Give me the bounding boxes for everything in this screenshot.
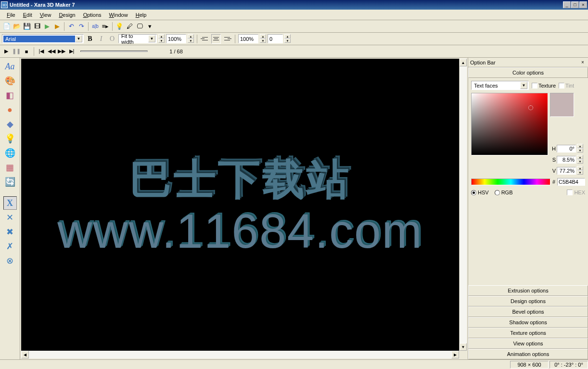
last-frame-button[interactable]: ▶| [67, 47, 76, 56]
section-color-options[interactable]: Color options [468, 67, 588, 78]
tint-checkbox[interactable]: Tint [559, 83, 574, 89]
hue-slider[interactable] [471, 178, 550, 185]
menu-view[interactable]: View [36, 11, 55, 19]
menu-file[interactable]: File [3, 11, 19, 19]
texture-checkbox[interactable]: Texture [532, 83, 556, 89]
section-view-options[interactable]: View options [468, 338, 588, 349]
section-extrusion-options[interactable]: Extrusion options [468, 285, 588, 296]
align-center-button[interactable] [211, 34, 221, 44]
zoom1-input[interactable]: 100% [166, 34, 186, 43]
menu-design[interactable]: Design [55, 11, 79, 19]
section-texture-options[interactable]: Texture options [468, 328, 588, 338]
prev-frame-button[interactable]: ◀◀ [47, 47, 56, 56]
wand-button[interactable]: 🖊 [125, 22, 134, 31]
color-gradient-picker[interactable] [471, 93, 548, 155]
num1-input[interactable]: 0 [268, 34, 283, 43]
horizontal-scrollbar[interactable]: ◀ ▶ [21, 351, 467, 358]
menu-options[interactable]: Options [79, 11, 105, 19]
tool-x-axis[interactable]: X [3, 196, 17, 210]
bold-button[interactable]: B [85, 34, 95, 44]
tool-x4[interactable]: ✗ [3, 240, 17, 253]
h-input[interactable]: 0° [557, 145, 576, 153]
align-right-button[interactable] [222, 34, 232, 44]
tool-x3[interactable]: ✖ [3, 225, 17, 239]
s-input[interactable]: 8.5% [557, 156, 576, 164]
chevron-down-icon[interactable]: ▼ [148, 35, 155, 42]
tool-x5[interactable]: ⊗ [3, 254, 17, 267]
tool-globe[interactable]: 🌐 [3, 146, 17, 160]
scroll-up-button[interactable]: ▲ [460, 59, 467, 66]
maximize-button[interactable]: □ [571, 1, 579, 8]
section-design-options[interactable]: Design options [468, 296, 588, 306]
tool-layers[interactable]: ▦ [3, 161, 17, 174]
dropdown-button[interactable]: ▾ [145, 22, 154, 31]
outline-button[interactable]: O [107, 34, 117, 44]
h-spinner[interactable]: ▲▼ [577, 144, 583, 153]
menu-edit[interactable]: Edit [19, 11, 36, 19]
redo-button[interactable]: ↷ [77, 22, 86, 31]
scroll-track[interactable] [460, 66, 467, 343]
close-button[interactable]: × [579, 1, 587, 8]
scroll-track[interactable] [29, 351, 451, 358]
mode-hsv-radio[interactable]: HSV [471, 190, 489, 195]
italic-button[interactable]: I [96, 34, 106, 44]
canvas[interactable]: 巴士下载站 www.11684.com [21, 59, 459, 351]
mode-hex-checkbox[interactable]: HEX [567, 190, 585, 195]
tool-palette[interactable]: 🎨 [3, 74, 17, 88]
v-input[interactable]: 77.2% [557, 167, 576, 175]
section-shadow-options[interactable]: Shadow options [468, 317, 588, 328]
tool-sphere[interactable]: ● [3, 103, 17, 116]
panel-close-button[interactable]: × [579, 59, 586, 66]
tool-diamond[interactable]: ◆ [3, 117, 17, 131]
new-button[interactable]: 📄 [2, 22, 12, 31]
section-bevel-options[interactable]: Bevel options [468, 306, 588, 317]
num1-spinner[interactable]: ▲▼ [284, 34, 291, 43]
vertical-scrollbar[interactable]: ▲ ▼ [459, 59, 467, 351]
zoom2-spinner[interactable]: ▲▼ [260, 34, 266, 43]
separator [235, 35, 235, 43]
save-button[interactable]: 💾 [22, 22, 32, 31]
s-spinner[interactable]: ▲▼ [577, 155, 583, 164]
section-animation-options[interactable]: Animation options [468, 349, 588, 359]
tool-text[interactable]: Aa [3, 60, 17, 73]
hex-input[interactable]: C5B4B4 [557, 178, 585, 186]
next-frame-button[interactable]: ▶▶ [57, 47, 66, 56]
stop-button[interactable]: ■ [22, 47, 31, 56]
movie-button[interactable]: 🎞 [32, 22, 42, 31]
play-button[interactable]: ▶ [2, 47, 11, 56]
pause-button[interactable]: ❚❚ [12, 47, 21, 56]
option-bar-header: Option Bar × [468, 58, 588, 67]
checkbox-icon [532, 83, 537, 89]
v-spinner[interactable]: ▲▼ [577, 166, 583, 175]
bulb-button[interactable]: 💡 [115, 22, 124, 31]
zoom2-input[interactable]: 100% [238, 34, 258, 43]
export-button[interactable]: ▶ [42, 22, 52, 31]
menu-window[interactable]: Window [105, 11, 132, 19]
scroll-right-button[interactable]: ▶ [451, 351, 459, 358]
zoom1-spinner[interactable]: ▲▼ [188, 34, 194, 43]
minimize-button[interactable]: _ [563, 1, 571, 8]
first-frame-button[interactable]: |◀ [37, 47, 46, 56]
scroll-down-button[interactable]: ▼ [460, 343, 467, 351]
font-combo[interactable]: Arial ▼ [2, 34, 84, 43]
undo-button[interactable]: ↶ [66, 22, 76, 31]
tool-light[interactable]: 💡 [3, 132, 17, 145]
mode-rgb-radio[interactable]: RGB [495, 190, 513, 195]
export2-button[interactable]: ▶ [52, 22, 62, 31]
text-button[interactable]: a|b [90, 22, 100, 31]
fit-spinner[interactable]: ▲▼ [158, 34, 165, 43]
props-button[interactable]: ≡▸ [101, 22, 110, 31]
color-target-combo[interactable]: Text faces ▼ [471, 81, 529, 90]
tool-cube[interactable]: ◧ [3, 89, 17, 102]
menu-help[interactable]: Help [132, 11, 151, 19]
timeline-slider[interactable] [80, 47, 148, 56]
tool-rotate[interactable]: 🔄 [3, 175, 17, 189]
chevron-down-icon[interactable]: ▼ [75, 35, 82, 42]
align-left-button[interactable] [200, 34, 210, 44]
chevron-down-icon[interactable]: ▼ [520, 82, 527, 89]
open-button[interactable]: 📂 [12, 22, 22, 31]
scroll-left-button[interactable]: ◀ [21, 351, 29, 358]
screen-button[interactable]: 🖵 [135, 22, 144, 31]
fit-combo[interactable]: Fit to width ▼ [118, 34, 157, 43]
tool-x2[interactable]: ✕ [3, 211, 17, 224]
